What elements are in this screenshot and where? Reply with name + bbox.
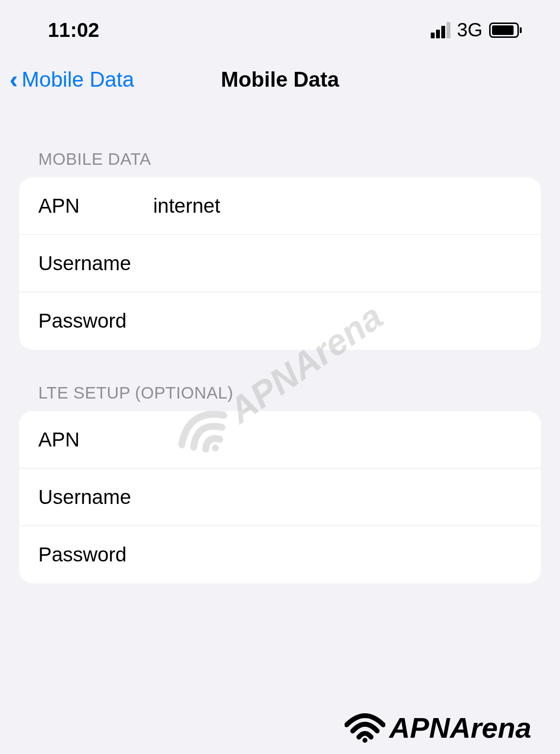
row-username[interactable]: Username [19, 468, 541, 526]
status-right: 3G [431, 19, 522, 41]
status-bar: 11:02 3G [0, 0, 560, 48]
row-apn[interactable]: APN [19, 411, 541, 468]
row-username[interactable]: Username [19, 235, 541, 292]
section-header: LTE SETUP (OPTIONAL) [0, 383, 560, 411]
section-lte-setup: LTE SETUP (OPTIONAL) APN Username Passwo… [0, 383, 560, 583]
row-apn[interactable]: APN [19, 177, 541, 235]
wifi-icon [345, 712, 385, 743]
signal-icon [431, 22, 450, 38]
section-mobile-data: MOBILE DATA APN Username Password [0, 149, 560, 350]
row-label: APN [38, 428, 153, 451]
apn-input[interactable] [153, 428, 522, 451]
row-label: Username [38, 486, 153, 509]
row-label: Password [38, 309, 153, 332]
row-label: APN [38, 194, 153, 217]
watermark-bottom: APNArena [345, 711, 531, 744]
back-button[interactable]: ‹ Mobile Data [10, 67, 134, 92]
network-type: 3G [457, 19, 482, 41]
username-input[interactable] [153, 486, 522, 509]
apn-input[interactable] [153, 194, 522, 217]
row-password[interactable]: Password [19, 292, 541, 350]
row-label: Username [38, 252, 153, 275]
chevron-left-icon: ‹ [10, 67, 18, 92]
back-label: Mobile Data [22, 68, 134, 91]
row-label: Password [38, 543, 153, 566]
password-input[interactable] [153, 543, 522, 566]
section-body: APN Username Password [19, 411, 541, 583]
section-header: MOBILE DATA [0, 149, 560, 177]
status-time: 11:02 [48, 19, 99, 42]
svg-point-1 [363, 738, 368, 743]
battery-icon [489, 23, 522, 38]
section-body: APN Username Password [19, 177, 541, 350]
password-input[interactable] [153, 309, 522, 332]
username-input[interactable] [153, 252, 522, 275]
row-password[interactable]: Password [19, 526, 541, 583]
nav-bar: ‹ Mobile Data Mobile Data [0, 48, 560, 116]
page-title: Mobile Data [221, 68, 339, 91]
watermark-text: APNArena [389, 711, 531, 744]
